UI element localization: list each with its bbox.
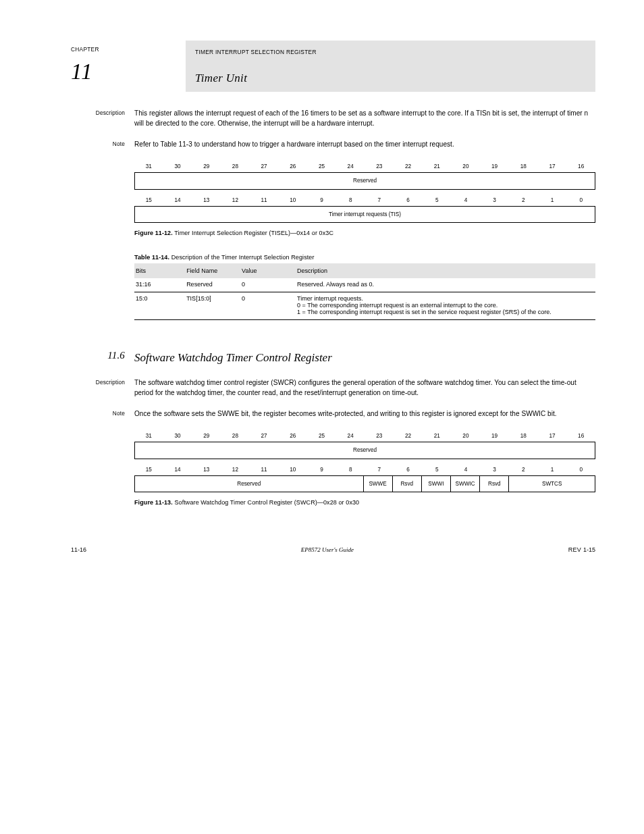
bit-number: 26 (278, 431, 307, 442)
bit-number: 11 (250, 195, 279, 206)
bit-number: 2 (509, 465, 538, 475)
bit-number: 14 (163, 465, 192, 475)
bit-number: 31 (134, 431, 163, 442)
footer-doc-title: EP8572 User's Guide (86, 546, 568, 553)
chapter-block: CHAPTER 11 (71, 41, 186, 84)
description-text: This register allows the interrupt reque… (134, 108, 595, 128)
running-head: CHAPTER 11 TIMER INTERRUPT SELECTION REG… (71, 41, 595, 92)
table-caption: Table 11-14. Description of the Timer In… (134, 254, 595, 261)
bitfield-figure-swcr: 31302928272625242322212019181716 Reserve… (134, 431, 595, 492)
bit-number: 22 (394, 161, 423, 172)
bit-number: 4 (452, 465, 481, 475)
bit-number: 20 (452, 431, 481, 442)
field-swwe: SWWE (364, 476, 393, 492)
bit-number: 3 (480, 195, 509, 206)
chapter-label: CHAPTER (71, 46, 186, 53)
bit-number: 21 (423, 161, 452, 172)
th-field: Field Name (185, 263, 240, 278)
bit-number: 0 (566, 195, 595, 206)
field-reserved-lo: Reserved (135, 476, 364, 492)
bit-number: 25 (307, 431, 336, 442)
description-text-2: The software watchdog timer control regi… (134, 377, 595, 398)
bit-number: 15 (134, 195, 163, 206)
bit-number: 19 (480, 161, 509, 172)
bit-number: 16 (566, 431, 595, 442)
bit-number: 23 (365, 161, 394, 172)
figure-number-2: Figure 11-13. (134, 499, 173, 506)
bit-number: 29 (192, 161, 221, 172)
section-subtitle: TIMER INTERRUPT SELECTION REGISTER (195, 49, 586, 55)
side-label-description: Description (71, 108, 134, 116)
bit-number: 29 (192, 431, 221, 442)
bit-number: 22 (394, 431, 423, 442)
figure-caption-tisel: Figure 11-12. Timer Interrupt Selection … (134, 230, 595, 236)
bit-number: 2 (509, 195, 538, 206)
bit-number: 3 (480, 465, 509, 475)
bit-number: 5 (423, 195, 452, 206)
bit-number: 31 (134, 161, 163, 172)
bit-number: 4 (452, 195, 481, 206)
table-caption-text: Description of the Timer Interrupt Selec… (171, 254, 315, 261)
field-rsvd-2: Rsvd (480, 476, 509, 492)
bit-number: 17 (538, 431, 567, 442)
bit-number: 21 (423, 431, 452, 442)
bit-number: 1 (538, 465, 567, 475)
page-footer: 11-16 EP8572 User's Guide REV 1-15 (71, 546, 595, 553)
cell-value: 0 (240, 278, 296, 292)
bit-number: 12 (221, 465, 250, 475)
figure-number: Figure 11-12. (134, 230, 173, 236)
figure-caption-swcr: Figure 11-13. Software Watchdog Timer Co… (134, 499, 595, 506)
note-block-2: Note Once the software sets the SWWE bit… (71, 409, 595, 423)
section-heading: Software Watchdog Timer Control Register (132, 348, 598, 368)
bit-number: 11 (250, 465, 279, 475)
bit-number: 7 (365, 195, 394, 206)
bit-number: 5 (423, 465, 452, 475)
bit-number: 15 (134, 465, 163, 475)
cell-value: 0 (240, 292, 296, 320)
bit-number: 8 (336, 465, 365, 475)
section-number: 11.6 (71, 350, 134, 361)
table-row: 31:16 Reserved 0 Reserved. Always read a… (134, 278, 595, 292)
bit-number: 12 (221, 195, 250, 206)
th-bits: Bits (134, 263, 185, 278)
description-block-2: Description The software watchdog timer … (71, 377, 595, 402)
bit-number: 18 (509, 161, 538, 172)
field-swtcs: SWTCS (509, 476, 595, 492)
cell-desc: Timer interrupt requests. 0 = The corres… (296, 292, 595, 320)
figure-caption-text: Timer Interrupt Selection Register (TISE… (174, 230, 333, 236)
bit-number: 17 (538, 161, 567, 172)
bit-number: 13 (192, 465, 221, 475)
bit-number: 6 (394, 195, 423, 206)
bit-number: 8 (336, 195, 365, 206)
table-row: 15:0 TIS[15:0] 0 Timer interrupt request… (134, 292, 595, 320)
bit-number: 24 (336, 431, 365, 442)
footer-page-number: 11-16 (71, 546, 86, 553)
chapter-number: 11 (71, 59, 186, 84)
bit-number: 20 (452, 161, 481, 172)
bit-number: 9 (307, 195, 336, 206)
table-number: Table 11-14. (134, 254, 169, 261)
bit-number: 19 (480, 431, 509, 442)
cell-bits: 15:0 (134, 292, 185, 320)
bit-number: 14 (163, 195, 192, 206)
cell-field: TIS[15:0] (185, 292, 240, 320)
bit-number: 28 (221, 161, 250, 172)
note-text: Refer to Table 11-3 to understand how to… (134, 139, 595, 149)
bit-number: 10 (278, 195, 307, 206)
bit-number: 16 (566, 161, 595, 172)
bit-number: 23 (365, 431, 394, 442)
note-text-2: Once the software sets the SWWE bit, the… (134, 409, 595, 419)
field-reserved: Reserved (135, 173, 595, 189)
bit-number: 28 (221, 431, 250, 442)
bit-number: 30 (163, 161, 192, 172)
bit-number: 13 (192, 195, 221, 206)
runhead-box: TIMER INTERRUPT SELECTION REGISTER Timer… (186, 41, 595, 92)
side-label-note-2: Note (71, 409, 134, 417)
bit-number: 1 (538, 195, 567, 206)
field-description-table: Bits Field Name Value Description 31:16 … (134, 263, 595, 320)
th-value: Value (240, 263, 296, 278)
bit-number: 10 (278, 465, 307, 475)
th-desc: Description (296, 263, 595, 278)
bit-number: 9 (307, 465, 336, 475)
bit-number: 6 (394, 465, 423, 475)
